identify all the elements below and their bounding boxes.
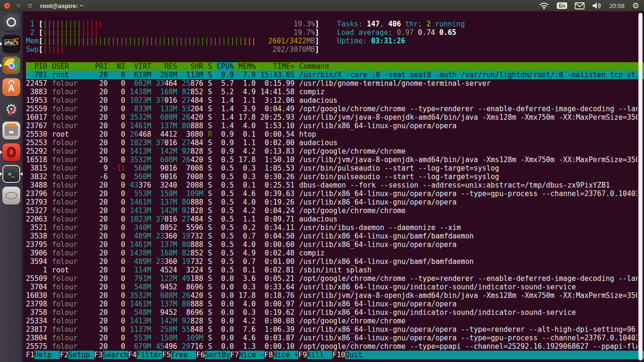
clock[interactable]: 20:58 <box>609 2 625 9</box>
fkey-f4[interactable]: F4 <box>128 351 137 359</box>
process-row[interactable]: 1root200114M45243224S0.50.10:02.81/sbin/… <box>26 266 644 274</box>
minimize-button[interactable]: – <box>15 2 22 9</box>
process-row[interactable]: 25334folour2001413M142M92828S0.04.20:00.… <box>26 317 644 325</box>
column-header-virt[interactable]: VIRT <box>130 62 151 71</box>
fkey-f8[interactable]: F8 <box>264 351 273 359</box>
launcher-item-software-center[interactable]: A <box>0 76 23 98</box>
process-row[interactable]: 25292folour2001413M142M92828S0.94.20:13.… <box>26 147 644 156</box>
process-row[interactable]: 3538folour200489M2336019732S0.50.70:04.5… <box>26 232 644 240</box>
meter-1: 1 [||||||||||||||19.3%] <box>26 20 319 28</box>
fkey-label-nice+[interactable]: Nice + <box>273 351 298 359</box>
process-row[interactable]: 3488folour2004337632402008S0.50.10:25.51… <box>26 181 644 189</box>
launcher-item-opera[interactable] <box>0 141 23 163</box>
maximize-button[interactable]: ▢ <box>26 2 33 9</box>
column-header-pid[interactable]: PID <box>26 62 47 71</box>
process-row[interactable]: 15953folour2001023M3701627484S1.41.13:12… <box>26 96 644 105</box>
process-row[interactable]: 3832folour-60560M90167008S0.50.30:30.26/… <box>26 173 644 181</box>
fkey-f3[interactable]: F3 <box>94 351 103 359</box>
column-header-cpu[interactable]: CPU% <box>217 62 234 71</box>
process-row[interactable]: 23767folour2001461M137M80888S1.44.01:53.… <box>26 122 644 130</box>
ubuntu-logo-icon <box>7 17 16 27</box>
fkey-f1[interactable]: F1 <box>26 351 34 359</box>
fkey-label-sortby[interactable]: SortBy <box>205 351 230 359</box>
process-row[interactable]: 25327folour2001413M142M92828S0.54.20:04.… <box>26 206 644 215</box>
launcher-item-dash-home[interactable] <box>0 11 23 33</box>
table-header-row[interactable]: PIDUSERPRINIVIRTRESSHRSCPU%MEM%TIME+Comm… <box>26 62 644 71</box>
process-row[interactable]: 25559folour200833M133M53204S1.43.90:04.4… <box>26 105 644 113</box>
mail-icon[interactable] <box>575 2 585 9</box>
launcher-item-phpstorm[interactable]: phpS <box>0 33 23 55</box>
opera-icon <box>2 143 20 161</box>
process-row[interactable]: 23796folour200553M158M109MS0.54.60:39.63… <box>26 189 644 198</box>
process-row[interactable]: 25253folour2001023M3701627484S0.91.10:02… <box>26 139 644 147</box>
meter-swp: Swp[|||||202/3070MB] <box>26 45 319 54</box>
process-row[interactable]: 16518folour2003532M608M26420S0.517.81:50… <box>26 156 644 164</box>
process-row[interactable]: 23795folour2001461M137M80888S0.54.00:00.… <box>26 240 644 249</box>
process-row[interactable]: 25509folour200791M122M49188S0.03.60:05.2… <box>26 274 644 283</box>
process-row[interactable]: 23817folour2001137M258M55848S0.07.61:06.… <box>26 325 644 334</box>
software-center-icon: A <box>2 78 20 96</box>
stat-line: Uptime: 03:31:26 <box>337 37 465 45</box>
launcher-item-file-archive[interactable] <box>0 120 23 141</box>
column-header-shr[interactable]: SHR <box>182 62 203 71</box>
launcher-item-chrome[interactable] <box>0 55 23 76</box>
column-header-time[interactable]: TIME+ <box>260 62 294 71</box>
process-row[interactable]: 781root200618M268M113MS9.97.915:43.65/us… <box>26 71 644 79</box>
process-row[interactable]: 23798folour2001461M137M80888S0.04.00:00.… <box>26 300 644 308</box>
fkey-label-setup[interactable]: Setup <box>68 351 94 359</box>
process-row[interactable]: 23793folour2001461M137M80888S0.54.00:19.… <box>26 198 644 206</box>
process-row[interactable]: 3815folour9-11560M90167008S0.50.31:05.53… <box>26 164 644 173</box>
wifi-icon[interactable] <box>539 2 549 9</box>
keyboard-layout-badge[interactable]: En <box>557 2 567 9</box>
fkey-label-filter[interactable]: Filter <box>137 351 162 359</box>
fkey-label-quit[interactable]: Quit <box>345 351 644 359</box>
process-row[interactable]: 3521folour200340M80525596S0.50.20:34.11/… <box>26 223 644 232</box>
process-table: PIDUSERPRINIVIRTRESSHRSCPU%MEM%TIME+Comm… <box>26 62 644 351</box>
process-row[interactable]: 3758folour200548M94528696S0.00.30:19.62/… <box>26 308 644 317</box>
function-key-bar: F1Help F2Setup F3SearchF4FilterF5Tree F6… <box>26 351 644 359</box>
terminal-window[interactable]: 1 [||||||||||||||19.3%] 2 [|||||||||||||… <box>23 11 644 362</box>
fkey-f7[interactable]: F7 <box>231 351 239 359</box>
launcher-item-system-settings[interactable]: ⚙ <box>0 98 23 120</box>
process-row[interactable]: 3906folour2001438M168M82852S0.54.90:02.4… <box>26 249 644 257</box>
fkey-label-search[interactable]: Search <box>103 351 128 359</box>
volume-icon[interactable] <box>592 2 602 9</box>
column-header-user[interactable]: USER <box>52 62 90 71</box>
process-row[interactable]: 3883folour2001438M168M82852S5.24.914:41.… <box>26 88 644 96</box>
fkey-f10[interactable]: F10 <box>332 351 345 359</box>
column-header-ni[interactable]: NI <box>112 62 125 71</box>
column-header-pri[interactable]: PRI <box>95 62 107 71</box>
fkey-f6[interactable]: F6 <box>196 351 205 359</box>
process-row[interactable]: 16017folour2003532M608M26420S1.417.820:2… <box>26 113 644 122</box>
column-header-command[interactable]: Command <box>299 62 637 71</box>
process-row[interactable]: 16030folour2003532M608M26420S0.017.80:18… <box>26 291 644 300</box>
fkey-f5[interactable]: F5 <box>162 351 171 359</box>
fkey-label-kill[interactable]: Kill <box>307 351 332 359</box>
column-header-mem[interactable]: MEM% <box>239 62 256 71</box>
launcher-item-disks[interactable] <box>0 185 23 206</box>
fkey-label-nice-[interactable]: Nice - <box>239 351 264 359</box>
fkey-f2[interactable]: F2 <box>60 351 68 359</box>
process-row[interactable]: 25530root2002646844123080R0.90.10:00.54h… <box>26 130 644 139</box>
process-row[interactable]: 3594folour200489M2336019732S0.50.70:01.0… <box>26 257 644 266</box>
close-button[interactable]: ✕ <box>4 2 11 9</box>
process-row[interactable]: 23804folour200553M158M109MS0.04.60:03.87… <box>26 334 644 342</box>
column-header-s[interactable]: S <box>208 62 212 71</box>
meter-mem: Mem[||||||||||||||||||||||||||||||||||||… <box>26 37 319 45</box>
process-row[interactable]: 25575folour200679M4549629716S0.01.30:00.… <box>26 342 644 351</box>
meter-2: 2 [|||||||||||||19.7%] <box>26 28 319 37</box>
phpstorm-icon: phpS <box>2 35 20 53</box>
terminal-scrollbar[interactable] <box>638 13 643 361</box>
fkey-label-tree[interactable]: Tree <box>171 351 196 359</box>
process-row[interactable]: 22457folour200602M3346425876S5.71.00:15.… <box>26 79 644 88</box>
process-row[interactable]: 22063folour2001023M3701627484S0.51.10:09… <box>26 215 644 223</box>
stats: Tasks: 147, 406 thr; 2 runningLoad avera… <box>337 20 465 54</box>
archive-drawer-icon <box>2 122 20 140</box>
fkey-label-help[interactable]: Help <box>34 351 60 359</box>
gear-icon[interactable]: ⚙ <box>632 1 639 10</box>
column-header-res[interactable]: RES <box>156 62 177 71</box>
htop-header: 1 [||||||||||||||19.3%] 2 [|||||||||||||… <box>26 20 644 54</box>
fkey-f9[interactable]: F9 <box>298 351 307 359</box>
launcher-item-terminal[interactable]: >_ <box>0 163 23 185</box>
process-row[interactable]: 3704folour200548M94528696S0.00.30:33.64/… <box>26 283 644 291</box>
